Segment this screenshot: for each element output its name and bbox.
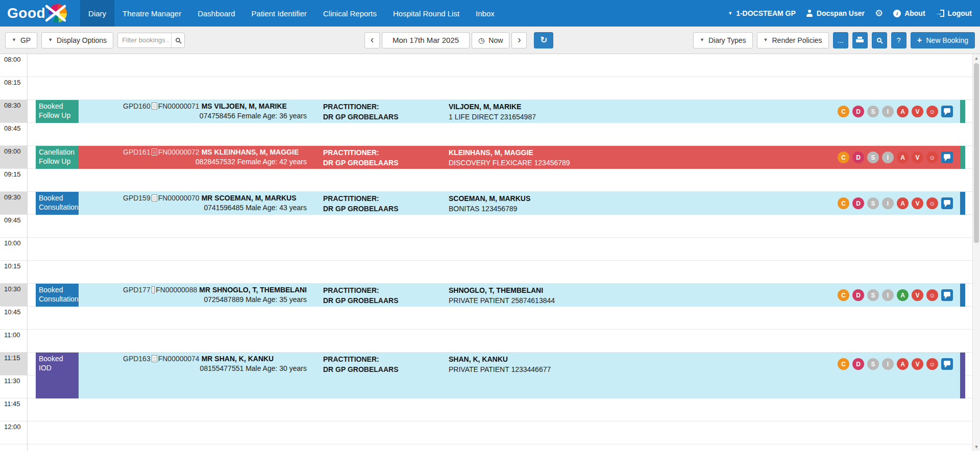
logout-button[interactable]: → Logout [936, 9, 972, 17]
booking-a-button[interactable]: A [897, 358, 909, 370]
slot-cell[interactable] [28, 444, 980, 451]
booking-d-button[interactable]: D [852, 106, 864, 117]
slot-cell[interactable] [28, 169, 980, 191]
booking-i-button[interactable]: I [882, 289, 894, 301]
booking-id-line: GPD163FN00000074MR SHAN, K, KANKU [123, 355, 307, 363]
booking-v-button[interactable]: V [912, 106, 923, 117]
booking-i-button[interactable]: I [882, 106, 894, 117]
booking-i-button[interactable]: I [882, 152, 894, 163]
display-options-dropdown[interactable]: ▼ Display Options [41, 32, 113, 48]
booking-s-button[interactable]: S [867, 152, 879, 163]
now-button[interactable]: ◷ Now [472, 32, 509, 48]
file-number: FN00000074 [158, 355, 200, 363]
more-button[interactable]: ... [833, 32, 848, 48]
nav-tab-clinical-reports[interactable]: Clinical Reports [315, 0, 385, 27]
next-day-button[interactable]: › [511, 32, 527, 48]
settings-button[interactable]: ⚙ [875, 9, 883, 18]
slot-cell[interactable] [28, 54, 980, 77]
booking-v-button[interactable]: V [912, 197, 923, 209]
booking-id-line: GPD177FN00000088MR SHNOGLO, T, THEMBELAN… [123, 286, 307, 294]
goodx-logo[interactable]: Good [0, 0, 80, 27]
nav-tab-inbox[interactable]: Inbox [468, 0, 503, 27]
nav-tab-theatre-manager[interactable]: Theatre Manager [114, 0, 189, 27]
booking-v-button[interactable]: V [912, 152, 923, 163]
booking-s-button[interactable]: S [867, 358, 879, 370]
booking-smiley-button[interactable]: ☺ [926, 289, 938, 301]
prev-day-button[interactable]: ‹ [364, 32, 380, 48]
diary-types-dropdown[interactable]: ▼ Diary Types [693, 32, 753, 48]
document-icon[interactable] [152, 286, 155, 293]
nav-tab-diary[interactable]: Diary [80, 0, 114, 27]
document-icon[interactable] [152, 148, 157, 156]
booking-c-button[interactable]: C [838, 152, 849, 163]
scrollbar-thumb[interactable] [974, 63, 979, 243]
refresh-button[interactable]: ↻ [534, 32, 553, 48]
date-display[interactable]: Mon 17th Mar 2025 [382, 32, 470, 48]
render-policies-dropdown[interactable]: ▼ Render Policies [757, 32, 829, 48]
vertical-scrollbar[interactable]: ▲ ▼ [972, 54, 980, 451]
booking-s-button[interactable]: S [867, 197, 879, 209]
about-button[interactable]: i About [893, 9, 925, 17]
scroll-down-arrow[interactable]: ▼ [973, 443, 980, 451]
booking-a-button[interactable]: A [897, 197, 909, 209]
booking-smiley-button[interactable]: ☺ [926, 197, 938, 209]
booking-row[interactable]: BookedConsultationGPD177FN00000088MR SHN… [36, 284, 965, 307]
practice-selector[interactable]: ▼ 1-DOCSTEAM GP [728, 9, 796, 17]
slot-cell[interactable] [28, 123, 980, 145]
booking-chat-button[interactable] [941, 358, 953, 370]
booking-chat-button[interactable] [941, 152, 953, 163]
slot-cell[interactable] [28, 307, 980, 329]
booking-chat-button[interactable] [941, 106, 953, 117]
booking-a-button[interactable]: A [897, 289, 909, 301]
booking-i-button[interactable]: I [882, 197, 894, 209]
booking-row[interactable]: BookedConsultationGPD159FN00000070MR SCO… [36, 192, 965, 215]
booking-d-button[interactable]: D [852, 197, 864, 209]
booking-smiley-button[interactable]: ☺ [926, 106, 938, 117]
slot-cell[interactable] [28, 261, 980, 283]
booking-d-button[interactable]: D [852, 358, 864, 370]
slot-cell[interactable] [28, 398, 980, 421]
nav-tab-hospital-round-list[interactable]: Hospital Round List [385, 0, 468, 27]
booking-s-button[interactable]: S [867, 106, 879, 117]
document-icon[interactable] [152, 194, 157, 202]
booking-a-button[interactable]: A [897, 106, 909, 117]
booking-smiley-button[interactable]: ☺ [926, 152, 938, 163]
booking-d-button[interactable]: D [852, 152, 864, 163]
search-icon[interactable] [171, 33, 184, 47]
slot-cell[interactable] [28, 77, 980, 99]
user-menu[interactable]: Docspan User [806, 9, 865, 17]
booking-chat-button[interactable] [941, 289, 953, 301]
booking-a-button[interactable]: A [897, 152, 909, 163]
booking-row[interactable]: BookedIODGPD163FN00000074MR SHAN, K, KAN… [36, 353, 965, 398]
search-button[interactable] [872, 32, 887, 48]
booking-s-button[interactable]: S [867, 289, 879, 301]
nav-tab-patient-identifier[interactable]: Patient Identifier [243, 0, 315, 27]
help-button[interactable]: ? [891, 32, 906, 48]
booking-chat-button[interactable] [941, 197, 953, 209]
scroll-up-arrow[interactable]: ▲ [973, 54, 980, 62]
document-icon[interactable] [152, 355, 157, 362]
booking-v-button[interactable]: V [912, 358, 923, 370]
booking-smiley-button[interactable]: ☺ [926, 358, 938, 370]
print-button[interactable] [852, 32, 868, 48]
gp-dropdown[interactable]: ▼ GP [5, 32, 37, 48]
slot-cell[interactable] [28, 330, 980, 352]
new-booking-button[interactable]: + New Booking [911, 32, 975, 48]
booking-c-button[interactable]: C [838, 197, 849, 209]
nav-tab-dashboard[interactable]: Dashboard [189, 0, 243, 27]
slot-cell[interactable] [28, 238, 980, 260]
slot-cell[interactable] [28, 421, 980, 444]
booking-row[interactable]: CanellationFollow UpGPD161FN00000072MS K… [36, 146, 965, 169]
booking-row[interactable]: BookedFollow UpGPD160FN00000071MS VILJOE… [36, 100, 965, 123]
booking-d-button[interactable]: D [852, 289, 864, 301]
booking-c-button[interactable]: C [838, 106, 849, 117]
booking-c-button[interactable]: C [838, 358, 849, 370]
slot-cell[interactable] [28, 215, 980, 237]
booking-v-button[interactable]: V [912, 289, 923, 301]
file-number: FN00000070 [158, 194, 200, 202]
document-icon[interactable] [152, 103, 157, 110]
account-name: SCOEMAN, M, MARKUS [449, 194, 530, 204]
practitioner-column: PRACTITIONER:DR GP GROBELAARS [323, 192, 444, 215]
booking-i-button[interactable]: I [882, 358, 894, 370]
booking-c-button[interactable]: C [838, 289, 849, 301]
